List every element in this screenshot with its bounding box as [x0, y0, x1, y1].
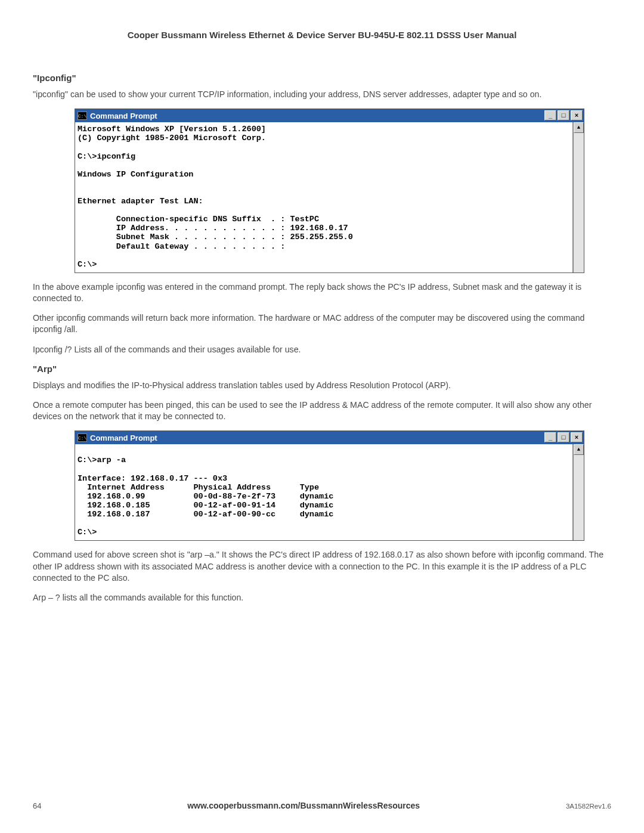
window-button-group: _ □ × [544, 431, 584, 444]
minimize-button[interactable]: _ [544, 110, 556, 120]
footer-url: www.cooperbussmann.com/BussmannWirelessR… [187, 801, 420, 810]
scroll-up-icon[interactable]: ▲ [574, 122, 584, 133]
command-prompt-icon: C:\ [78, 433, 87, 442]
command-prompt-window-arp: C:\ Command Prompt _ □ × C:\>arp -a Inte… [75, 431, 584, 541]
cmd-output-ipconfig: Microsoft Windows XP [Version 5.1.2600] … [75, 122, 573, 272]
arp-intro-2: Once a remote computer has been pinged, … [33, 400, 611, 422]
command-prompt-icon: C:\ [78, 112, 87, 120]
window-button-group: _ □ × [544, 109, 584, 122]
page-number: 64 [33, 801, 41, 810]
ipconfig-intro: "ipconfig" can be used to show your curr… [33, 89, 611, 100]
arp-explain-1: Command used for above screen shot is "a… [33, 549, 611, 584]
section-heading-ipconfig: "Ipconfig" [33, 73, 611, 83]
revision-label: 3A1582Rev1.6 [566, 803, 611, 810]
maximize-button[interactable]: □ [558, 432, 569, 442]
page-footer: 64 www.cooperbussmann.com/BussmannWirele… [33, 801, 611, 810]
cmd-output-arp: C:\>arp -a Interface: 192.168.0.17 --- 0… [75, 444, 573, 540]
scrollbar[interactable]: ▲ [573, 122, 584, 272]
cmd-window-title: Command Prompt [90, 112, 544, 120]
scroll-track[interactable] [574, 455, 584, 540]
command-prompt-window-ipconfig: C:\ Command Prompt _ □ × Microsoft Windo… [75, 109, 584, 273]
cmd-window-title: Command Prompt [90, 433, 544, 442]
ipconfig-explain-2: Other ipconfig commands will return back… [33, 312, 611, 335]
scrollbar[interactable]: ▲ [573, 444, 584, 540]
arp-explain-2: Arp – ? lists all the commands available… [33, 592, 611, 603]
arp-intro-1: Displays and modifies the IP-to-Physical… [33, 380, 611, 391]
cmd-titlebar[interactable]: C:\ Command Prompt _ □ × [75, 431, 584, 444]
scroll-track[interactable] [574, 133, 584, 272]
maximize-button[interactable]: □ [558, 110, 569, 120]
ipconfig-explain-1: In the above example ipconfig was entere… [33, 281, 611, 304]
cmd-titlebar[interactable]: C:\ Command Prompt _ □ × [75, 109, 584, 122]
section-heading-arp: "Arp" [33, 364, 611, 374]
scroll-up-icon[interactable]: ▲ [574, 444, 584, 455]
close-button[interactable]: × [571, 432, 583, 442]
close-button[interactable]: × [571, 110, 583, 120]
ipconfig-explain-3: Ipconfig /? Lists all of the commands an… [33, 344, 611, 355]
page-header-title: Cooper Bussmann Wireless Ethernet & Devi… [33, 30, 611, 40]
minimize-button[interactable]: _ [544, 432, 556, 442]
